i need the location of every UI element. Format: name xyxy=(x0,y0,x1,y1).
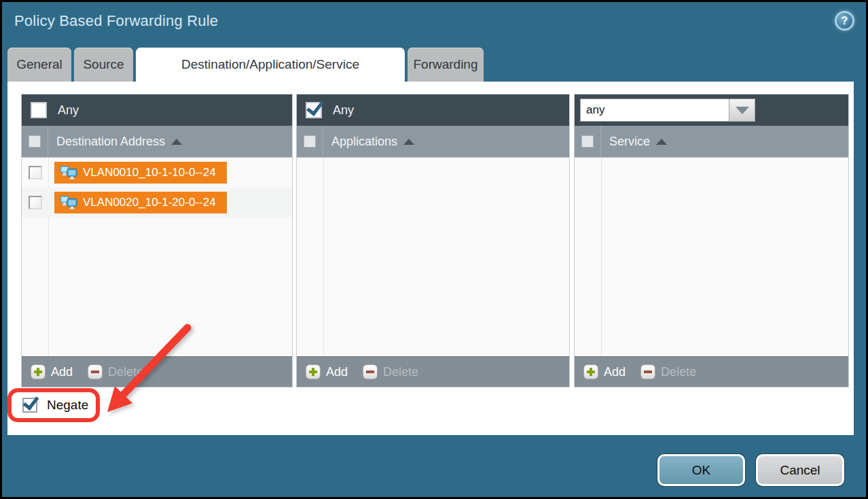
table-row: VLAN0020_10-1-20-0--24 xyxy=(22,188,292,218)
sort-ascending-icon xyxy=(403,139,414,145)
plus-icon xyxy=(583,364,598,379)
service-delete-button[interactable]: Delete xyxy=(640,364,696,379)
row-checkbox-cell xyxy=(22,196,48,209)
service-toolbar: Add Delete xyxy=(575,356,848,387)
applications-add-button[interactable]: Add xyxy=(306,364,348,379)
destination-select-all-gutter xyxy=(22,126,48,157)
row-checkbox-cell xyxy=(22,166,48,179)
delete-button-label: Delete xyxy=(661,365,696,379)
destination-select-all-checkbox[interactable] xyxy=(29,135,41,148)
applications-panel: Any Applications Add Delete xyxy=(296,94,570,388)
negate-checkbox[interactable] xyxy=(22,398,37,413)
tab-destination-application-service[interactable]: Destination/Application/Service xyxy=(136,48,405,82)
address-object-tag[interactable]: VLAN0010_10-1-10-0--24 xyxy=(54,162,227,184)
service-column-label: Service xyxy=(609,135,650,149)
applications-toolbar: Add Delete xyxy=(297,356,569,387)
dialog-window: Policy Based Forwarding Rule ? General S… xyxy=(2,2,866,497)
service-column-header: Service xyxy=(575,126,848,158)
add-button-label: Add xyxy=(604,365,626,379)
plus-icon xyxy=(306,364,321,379)
address-object-label: VLAN0010_10-1-10-0--24 xyxy=(83,166,216,179)
row-checkbox[interactable] xyxy=(29,196,42,209)
dialog-title: Policy Based Forwarding Rule xyxy=(14,12,218,30)
applications-delete-button[interactable]: Delete xyxy=(363,364,418,379)
service-dropdown xyxy=(580,99,755,122)
red-arrow-annotation xyxy=(90,305,202,424)
address-object-tag[interactable]: VLAN0020_10-1-20-0--24 xyxy=(54,192,227,213)
destination-column-header: Destination Address xyxy=(22,126,292,158)
network-address-icon xyxy=(60,196,77,210)
applications-any-checkbox[interactable] xyxy=(306,102,322,118)
applications-list xyxy=(297,158,569,356)
add-button-label: Add xyxy=(51,365,73,379)
row-checkbox[interactable] xyxy=(29,166,42,179)
applications-column-header: Applications xyxy=(297,126,569,158)
service-list xyxy=(575,158,848,356)
service-sort-header[interactable]: Service xyxy=(601,135,667,149)
service-select-all-gutter xyxy=(575,126,601,157)
sort-ascending-icon xyxy=(171,139,182,145)
destination-add-button[interactable]: Add xyxy=(31,364,73,379)
destination-column-label: Destination Address xyxy=(56,135,165,149)
service-dropdown-bar xyxy=(575,94,848,126)
applications-sort-header[interactable]: Applications xyxy=(323,135,414,149)
cancel-button[interactable]: Cancel xyxy=(756,454,844,486)
negate-label: Negate xyxy=(47,398,88,413)
tab-general[interactable]: General xyxy=(7,48,71,82)
destination-sort-header[interactable]: Destination Address xyxy=(48,135,182,149)
sort-ascending-icon xyxy=(656,139,667,145)
destination-any-label: Any xyxy=(58,103,79,118)
add-button-label: Add xyxy=(326,365,348,379)
tab-bar: General Source Destination/Application/S… xyxy=(7,48,486,82)
plus-icon xyxy=(31,364,46,379)
applications-select-all-gutter xyxy=(297,126,323,157)
applications-any-label: Any xyxy=(333,103,354,118)
service-select-all-checkbox[interactable] xyxy=(581,135,594,148)
destination-any-bar: Any xyxy=(22,94,292,126)
tab-forwarding[interactable]: Forwarding xyxy=(408,48,484,82)
negate-highlight-annotation: Negate xyxy=(7,388,100,422)
ok-button[interactable]: OK xyxy=(657,454,745,486)
table-row: VLAN0010_10-1-10-0--24 xyxy=(22,158,292,188)
minus-icon xyxy=(640,364,655,379)
service-add-button[interactable]: Add xyxy=(583,364,626,379)
help-icon[interactable]: ? xyxy=(835,11,854,31)
service-dropdown-input[interactable] xyxy=(580,99,729,122)
service-panel: Service Add Delete xyxy=(574,94,849,388)
network-address-icon xyxy=(60,166,77,180)
tab-source[interactable]: Source xyxy=(74,48,133,82)
chevron-down-icon xyxy=(736,107,749,114)
address-object-label: VLAN0020_10-1-20-0--24 xyxy=(83,196,216,209)
service-dropdown-button[interactable] xyxy=(729,99,755,122)
applications-select-all-checkbox[interactable] xyxy=(304,135,316,148)
minus-icon xyxy=(363,364,378,379)
applications-any-bar: Any xyxy=(297,94,569,126)
destination-any-checkbox[interactable] xyxy=(31,102,47,118)
delete-button-label: Delete xyxy=(383,365,418,379)
applications-column-label: Applications xyxy=(331,135,397,149)
